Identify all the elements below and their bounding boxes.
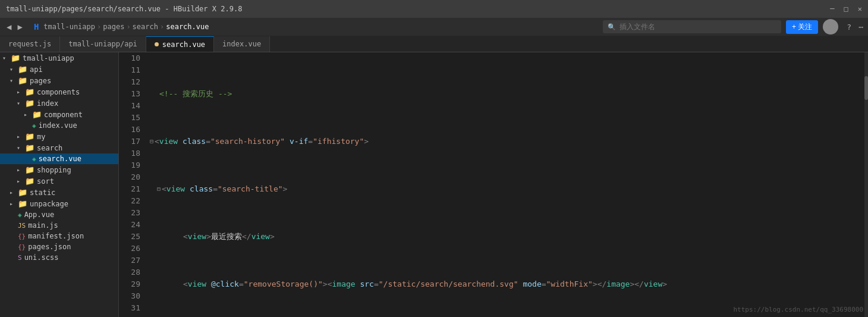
expand-icon: ▸ (17, 167, 25, 173)
sidebar-item-app-vue[interactable]: ◈ App.vue (0, 209, 118, 220)
search-bar[interactable]: 🔍 (603, 20, 781, 33)
sidebar-item-component[interactable]: ▸ 📁 component (0, 109, 118, 120)
breadcrumb-pages[interactable]: pages (103, 23, 124, 31)
json-file-icon: {} (18, 243, 26, 251)
expand-icon: ▾ (2, 55, 11, 61)
code-line-11: ⊟ <view class="search-history" v-if="ifh… (150, 136, 864, 147)
folder-icon: 📁 (25, 87, 34, 96)
folder-icon: 📁 (18, 76, 27, 85)
json-file-icon: {} (18, 233, 26, 240)
sidebar-item-search[interactable]: ▾ 📁 search (0, 142, 118, 153)
minimize-btn[interactable]: ─ (830, 5, 834, 13)
sidebar-item-shopping[interactable]: ▸ 📁 shopping (0, 164, 118, 175)
sidebar-item-api[interactable]: ▾ 📁 api (0, 64, 118, 75)
sidebar-item-manifest[interactable]: {} manifest.json (0, 231, 118, 241)
title-bar: tmall-uniapp/pages/search/search.vue - H… (0, 0, 868, 18)
sidebar-label: search (37, 144, 62, 152)
expand-icon: ▸ (24, 111, 32, 118)
tab-label: index.vue (222, 40, 261, 48)
sidebar-label: App.vue (24, 211, 55, 219)
back-btn[interactable]: ◀ (5, 22, 13, 32)
sidebar-item-uni-scss[interactable]: S uni.scss (0, 252, 118, 263)
folder-icon: 📁 (18, 188, 27, 197)
tab-label: tmall-uniapp/api (68, 40, 137, 48)
sidebar-label: manifest.json (28, 232, 84, 240)
sidebar-item-pages-json[interactable]: {} pages.json (0, 241, 118, 252)
sidebar-item-static[interactable]: ▸ 📁 static (0, 187, 118, 198)
nav-buttons: ◀ ▶ (5, 22, 24, 32)
sidebar-item-index[interactable]: ▾ 📁 index (0, 98, 118, 109)
folder-icon: 📁 (18, 199, 27, 208)
expand-icon: ▸ (10, 189, 18, 196)
sidebar-item-pages[interactable]: ▾ 📁 pages (0, 75, 118, 86)
follow-button[interactable]: + 关注 (786, 20, 818, 34)
folder-icon: 📁 (25, 99, 34, 108)
sidebar-label: sort (37, 177, 54, 186)
editor-content[interactable]: 10 11 12 13 14 15 16 17 18 19 20 21 22 2… (119, 52, 868, 317)
sidebar-item-index-vue[interactable]: ◈ index.vue (0, 120, 118, 131)
sidebar-item-main-js[interactable]: JS main.js (0, 220, 118, 231)
help-icon[interactable]: ? (847, 23, 851, 32)
sidebar-item-sort[interactable]: ▸ 📁 sort (0, 175, 118, 187)
sidebar-item-components[interactable]: ▸ 📁 components (0, 86, 118, 98)
header-bar: ◀ ▶ H tmall-uniapp › pages › search › se… (0, 18, 868, 36)
sidebar-label: main.js (28, 221, 58, 230)
maximize-btn[interactable]: □ (844, 5, 848, 13)
sidebar-label: index (37, 99, 58, 108)
modified-indicator (155, 42, 159, 46)
editor-area[interactable]: 10 11 12 13 14 15 16 17 18 19 20 21 22 2… (119, 52, 868, 317)
close-btn[interactable]: ✕ (858, 5, 862, 13)
sidebar-label: index.vue (39, 121, 77, 130)
code-content[interactable]: <!-- 搜索历史 --> ⊟ <view class="search-hist… (145, 52, 864, 317)
sidebar-label: uni.scss (24, 253, 59, 262)
expand-icon: ▾ (10, 77, 18, 84)
folder-icon: 📁 (25, 132, 34, 141)
breadcrumb-root[interactable]: tmall-uniapp (43, 23, 95, 31)
expand-icon: ▸ (10, 200, 18, 207)
sidebar-item-unpackage[interactable]: ▸ 📁 unpackage (0, 198, 118, 209)
code-line-12: ⊟ <view class="search-title" > (150, 183, 864, 195)
title-text: tmall-uniapp/pages/search/search.vue - H… (6, 5, 242, 13)
sidebar-item-search-vue[interactable]: ◈ search.vue (0, 153, 118, 164)
breadcrumb-search[interactable]: search (133, 23, 158, 31)
sidebar-label: tmall-uniapp (23, 54, 74, 62)
breadcrumb-file[interactable]: search.vue (166, 23, 209, 31)
tab-request-js[interactable]: request.js (0, 36, 60, 52)
js-file-icon: JS (18, 222, 26, 230)
code-line-14: <view @click="removeStorage()" ><image s… (150, 278, 864, 290)
folder-icon: 📁 (25, 177, 34, 186)
sidebar-item-my[interactable]: ▸ 📁 my (0, 131, 118, 142)
sidebar-label: pages.json (28, 243, 71, 251)
file-tabs: request.js tmall-uniapp/api search.vue i… (0, 36, 868, 52)
avatar (823, 19, 838, 34)
line-numbers: 10 11 12 13 14 15 16 17 18 19 20 21 22 2… (119, 52, 145, 317)
sidebar-label: unpackage (30, 200, 68, 208)
sidebar-label: api (30, 65, 43, 74)
file-tree: ▾ 📁 tmall-uniapp ▾ 📁 api ▾ 📁 pages ▸ 📁 c… (0, 52, 119, 317)
sidebar-label: my (37, 133, 45, 141)
tab-label: request.js (8, 40, 51, 48)
sidebar-item-tmall-uniapp[interactable]: ▾ 📁 tmall-uniapp (0, 52, 118, 64)
more-icon[interactable]: ⋯ (858, 23, 863, 32)
folder-icon: 📁 (11, 54, 20, 62)
scrollbar-thumb[interactable] (864, 76, 868, 100)
folder-icon: 📁 (18, 65, 27, 74)
scrollbar[interactable] (864, 52, 868, 317)
scss-file-icon: S (18, 254, 22, 262)
tab-api[interactable]: tmall-uniapp/api (60, 36, 146, 52)
code-line-13: <view> 最近搜索 </view> (150, 231, 864, 243)
expand-icon: ▸ (17, 89, 25, 95)
expand-icon: ▾ (17, 100, 25, 106)
window-controls: ─ □ ✕ (830, 5, 862, 13)
hbuilder-icon: H (34, 22, 39, 32)
vue-file-icon: ◈ (32, 155, 36, 163)
forward-btn[interactable]: ▶ (15, 22, 24, 32)
sidebar-label: search.vue (39, 155, 81, 163)
tab-index-vue[interactable]: index.vue (214, 36, 270, 52)
tab-search-vue[interactable]: search.vue (146, 36, 214, 52)
search-icon: 🔍 (608, 23, 616, 31)
expand-icon: ▾ (17, 145, 25, 151)
search-input[interactable] (619, 23, 776, 31)
expand-icon: ▸ (17, 178, 25, 184)
code-line-10: <!-- 搜索历史 --> (150, 88, 864, 100)
